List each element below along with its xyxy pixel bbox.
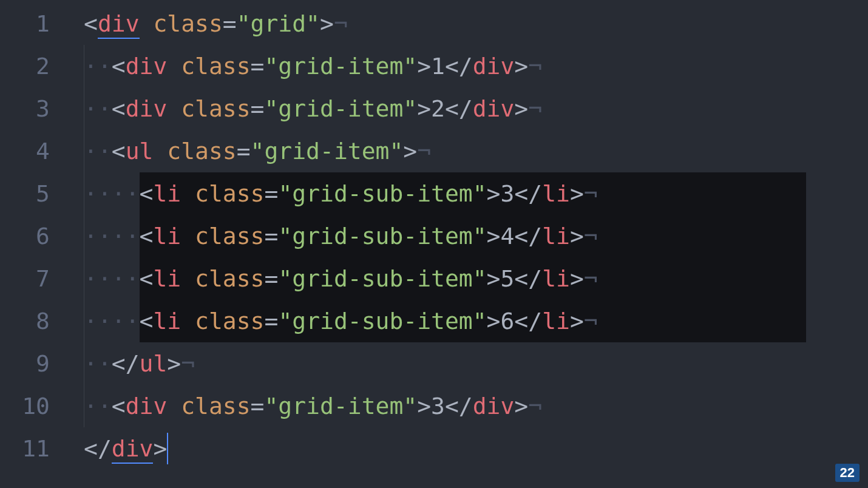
attr-name: class <box>195 265 264 292</box>
code-line[interactable]: <div class="grid">¬ <box>84 2 868 45</box>
line-number: 11 <box>0 427 67 470</box>
space-icon: · <box>84 265 98 292</box>
line-number: 8 <box>0 300 67 342</box>
tag-name: div <box>126 95 168 122</box>
attr-value: "grid-sub-item" <box>278 223 486 249</box>
space-icon: · <box>98 308 112 334</box>
tag-name: li <box>542 265 570 292</box>
attr-name: class <box>181 393 250 419</box>
eol-icon: ¬ <box>528 393 542 419</box>
code-line[interactable]: ··</ul>¬ <box>84 342 868 385</box>
space-icon: · <box>98 393 112 419</box>
eol-icon: ¬ <box>334 10 348 37</box>
text-cursor-icon <box>167 433 168 464</box>
code-line[interactable]: ··<ul class="grid-item">¬ <box>84 130 868 172</box>
line-number: 2 <box>0 45 67 87</box>
code-line[interactable]: ··<div class="grid-item">3</div>¬ <box>84 385 868 427</box>
space-icon: · <box>112 223 126 249</box>
angle-bracket-close-icon: > <box>320 10 334 37</box>
attr-value: "grid-item" <box>264 95 417 122</box>
space-icon: · <box>84 223 98 249</box>
space-icon: · <box>98 95 112 122</box>
tag-name: ul <box>126 138 154 164</box>
eol-icon: ¬ <box>584 223 598 249</box>
slide-number-badge: 22 <box>835 464 860 482</box>
space-icon: · <box>84 95 98 122</box>
tag-name: div <box>473 95 515 122</box>
code-line[interactable]: ····<li class="grid-sub-item">4</li>¬ <box>84 215 868 257</box>
code-line[interactable]: ··<div class="grid-item">2</div>¬ <box>84 87 868 130</box>
text-content: 4 <box>500 223 514 249</box>
space-icon: · <box>126 180 140 207</box>
tag-name: div <box>473 53 515 80</box>
tag-name: ul <box>140 350 168 377</box>
attr-value: "grid-sub-item" <box>278 308 486 334</box>
attr-value: "grid-item" <box>264 393 417 419</box>
code-line[interactable]: ····<li class="grid-sub-item">6</li>¬ <box>84 300 868 342</box>
tag-name: div <box>126 393 168 419</box>
code-line[interactable]: ··<div class="grid-item">1</div>¬ <box>84 45 868 87</box>
space-icon: · <box>112 308 126 334</box>
tag-name: div <box>112 435 154 464</box>
tag-name: div <box>126 53 168 80</box>
space-icon: · <box>84 350 98 377</box>
line-number: 6 <box>0 215 67 257</box>
space-icon: · <box>84 180 98 207</box>
line-number: 7 <box>0 257 67 300</box>
space-icon: · <box>126 308 140 334</box>
tag-name: li <box>153 265 181 292</box>
space-icon: · <box>126 265 140 292</box>
space-icon: · <box>98 180 112 207</box>
tag-name: li <box>542 308 570 334</box>
code-editor[interactable]: 1 2 3 4 5 6 7 8 9 10 11 <div class="grid… <box>0 0 868 488</box>
attr-name: class <box>181 95 250 122</box>
line-number: 5 <box>0 172 67 215</box>
code-area[interactable]: <div class="grid">¬ ··<div class="grid-i… <box>67 0 868 488</box>
space-icon: · <box>112 180 126 207</box>
eol-icon: ¬ <box>181 350 195 377</box>
eol-icon: ¬ <box>584 180 598 207</box>
eol-icon: ¬ <box>528 95 542 122</box>
text-content: 3 <box>500 180 514 207</box>
tag-name: div <box>473 393 515 419</box>
attr-name: class <box>167 138 236 164</box>
line-number: 1 <box>0 2 67 45</box>
attr-value: "grid" <box>237 10 320 37</box>
attr-value: "grid-sub-item" <box>278 180 486 207</box>
space-icon: · <box>84 53 98 80</box>
eol-icon: ¬ <box>584 265 598 292</box>
eol-icon: ¬ <box>584 308 598 334</box>
tag-name: li <box>153 180 181 207</box>
space-icon: · <box>98 350 112 377</box>
eol-icon: ¬ <box>528 53 542 80</box>
eol-icon: ¬ <box>417 138 431 164</box>
text-content: 6 <box>500 308 514 334</box>
tag-name: li <box>542 223 570 249</box>
text-content: 3 <box>431 393 445 419</box>
line-number-gutter: 1 2 3 4 5 6 7 8 9 10 11 <box>0 0 67 488</box>
space-icon: · <box>84 393 98 419</box>
text-content: 1 <box>431 53 445 80</box>
tag-name: li <box>153 308 181 334</box>
attr-value: "grid-item" <box>264 53 417 80</box>
attr-name: class <box>195 180 264 207</box>
code-line[interactable]: </div> <box>84 427 868 470</box>
code-line[interactable]: ····<li class="grid-sub-item">3</li>¬ <box>84 172 868 215</box>
text-content: 5 <box>500 265 514 292</box>
space-icon: · <box>84 138 98 164</box>
tag-name: div <box>98 10 140 39</box>
space-icon: · <box>98 223 112 249</box>
line-number: 4 <box>0 130 67 172</box>
attr-name: class <box>195 308 264 334</box>
attr-value: "grid-sub-item" <box>278 265 486 292</box>
space-icon: · <box>126 223 140 249</box>
angle-bracket-open-icon: < <box>84 10 98 37</box>
attr-name: class <box>153 10 222 37</box>
line-number: 10 <box>0 385 67 427</box>
space-icon: · <box>98 138 112 164</box>
space-icon: · <box>98 265 112 292</box>
attr-name: class <box>195 223 264 249</box>
code-line[interactable]: ····<li class="grid-sub-item">5</li>¬ <box>84 257 868 300</box>
tag-name: li <box>153 223 181 249</box>
attr-value: "grid-item" <box>251 138 404 164</box>
